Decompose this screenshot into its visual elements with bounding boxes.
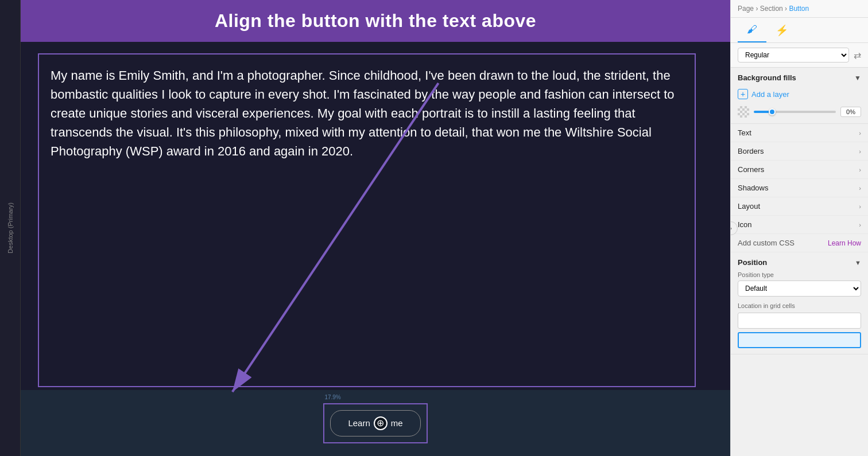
custom-css-row: Add custom CSS Learn How [731, 234, 868, 252]
text-property-arrow: › [859, 130, 861, 137]
layout-property-arrow: › [859, 203, 861, 210]
style-preset-select[interactable]: Regular [738, 48, 849, 63]
breadcrumb-section[interactable]: Section [760, 5, 783, 13]
right-panel: › Page › Section › Button 🖌 ⚡ Regular ⇄ [730, 0, 868, 456]
grid-cells-blue-input[interactable] [738, 332, 861, 348]
move-icon [374, 416, 388, 430]
borders-property-row[interactable]: Borders › [731, 142, 868, 161]
button-text-after: me [391, 418, 403, 428]
position-type-label: Position type [738, 271, 861, 278]
text-block: My name is Emily Smith, and I'm a photog… [38, 53, 696, 387]
button-text-before: Learn [348, 418, 370, 428]
icon-property-label: Icon [738, 220, 752, 229]
position-arrow: ▼ [855, 259, 861, 266]
left-sidebar: Desktop (Primary) [0, 0, 21, 456]
add-layer-label: Add a layer [751, 90, 789, 99]
opacity-row: 0% [738, 106, 861, 118]
shadows-property-row[interactable]: Shadows › [731, 179, 868, 197]
breadcrumb: Page › Section › Button [731, 0, 868, 18]
right-panel-inner[interactable]: › Page › Section › Button 🖌 ⚡ Regular ⇄ [731, 0, 868, 456]
button-container: 17.9% Learn me [323, 403, 427, 443]
position-type-select[interactable]: Default [738, 280, 861, 297]
background-fills-section: Background fills ▼ + Add a layer 0% [731, 68, 868, 124]
styles-tab-icon: 🖌 [747, 24, 757, 36]
layout-property-label: Layout [738, 202, 760, 211]
style-preset-row: Regular ⇄ [731, 43, 868, 68]
tabs-row: 🖌 ⚡ [731, 18, 868, 43]
button-section: 17.9% Learn me [21, 390, 730, 456]
add-layer-plus-icon: + [738, 89, 748, 99]
checkerboard-icon [738, 106, 749, 118]
opacity-value[interactable]: 0% [840, 107, 861, 117]
shadows-property-label: Shadows [738, 184, 768, 192]
text-property-label: Text [738, 128, 751, 137]
borders-property-label: Borders [738, 147, 764, 155]
layout-property-row[interactable]: Layout › [731, 197, 868, 216]
icon-property-arrow: › [859, 221, 861, 228]
breadcrumb-page[interactable]: Page [738, 5, 754, 13]
tutorial-title: Align the button with the text above [37, 10, 714, 32]
position-header[interactable]: Position ▼ [738, 258, 861, 267]
tutorial-banner: Align the button with the text above [21, 0, 730, 42]
position-section: Position ▼ Position type Default Locatio… [731, 252, 868, 354]
position-title: Position [738, 258, 767, 267]
opacity-slider[interactable] [754, 111, 836, 113]
background-fills-header[interactable]: Background fills ▼ [738, 73, 861, 82]
tab-styles[interactable]: 🖌 [738, 18, 766, 42]
corners-property-label: Corners [738, 165, 764, 174]
canvas-content[interactable]: My name is Emily Smith, and I'm a photog… [21, 42, 730, 456]
icon-property-row[interactable]: Icon › [731, 216, 868, 234]
learn-how-link[interactable]: Learn How [828, 239, 861, 247]
body-text: My name is Emily Smith, and I'm a photog… [51, 66, 683, 161]
tab-interactions[interactable]: ⚡ [766, 18, 797, 42]
add-layer-button[interactable]: + Add a layer [738, 87, 861, 102]
background-fills-content: + Add a layer 0% [738, 87, 861, 118]
interactions-tab-icon: ⚡ [776, 24, 788, 37]
canvas-area: Align the button with the text above My … [21, 0, 730, 456]
style-options-icon[interactable]: ⇄ [854, 50, 861, 61]
corners-property-row[interactable]: Corners › [731, 161, 868, 179]
breadcrumb-button[interactable]: Button [789, 5, 809, 13]
sidebar-label: Desktop (Primary) [7, 202, 14, 254]
grid-cells-label: Location in grid cells [738, 302, 861, 309]
shadows-property-arrow: › [859, 185, 861, 192]
text-property-row[interactable]: Text › [731, 124, 868, 142]
custom-css-label: Add custom CSS [738, 239, 795, 247]
borders-property-arrow: › [859, 148, 861, 155]
learn-me-button[interactable]: Learn me [330, 410, 420, 436]
background-fills-arrow: ▼ [854, 74, 861, 82]
background-fills-title: Background fills [738, 73, 796, 82]
percentage-label: 17.9% [324, 394, 340, 400]
grid-cells-input[interactable] [738, 313, 861, 329]
slider-thumb [769, 108, 776, 115]
corners-property-arrow: › [859, 166, 861, 173]
